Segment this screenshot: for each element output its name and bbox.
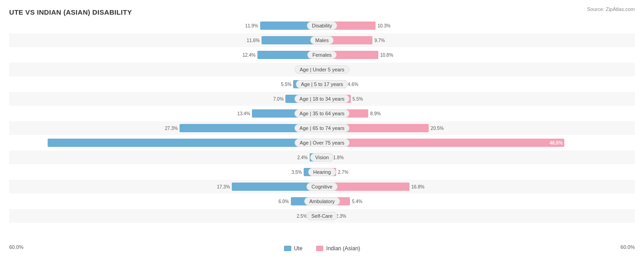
- table-row: 17.3% Cognitive 16.8%: [9, 180, 635, 194]
- table-row: 11.6% Males 9.7%: [9, 33, 635, 47]
- left-section: 3.5%: [9, 165, 322, 179]
- indian-value: 10.3%: [377, 23, 390, 28]
- indian-value: 8.9%: [370, 111, 381, 116]
- bar-row: 2.4% Vision 1.8%: [9, 151, 635, 164]
- chart-area: 11.9% Disability 10.3% 11.6% Males 9.7%: [9, 19, 635, 242]
- ute-value: 11.6%: [247, 38, 260, 43]
- bar-row: 6.0% Ambulatory 5.4%: [9, 194, 635, 208]
- bar-row: 5.5% Age | 5 to 17 years 4.6%: [9, 77, 635, 91]
- axis-left-label: 60.0%: [9, 244, 23, 252]
- bar-row: 7.0% Age | 18 to 34 years 5.5%: [9, 92, 635, 106]
- table-row: 6.0% Ambulatory 5.4%: [9, 194, 635, 208]
- row-label: Age | 18 to 34 years: [295, 95, 349, 103]
- bar-row: 2.5% Self-Care 2.3%: [9, 209, 635, 223]
- right-section: 20.5%: [322, 121, 635, 135]
- indian-legend-label: Indian (Asian): [326, 245, 360, 252]
- table-row: 12.4% Females 10.8%: [9, 48, 635, 62]
- right-section: 9.7%: [322, 33, 635, 47]
- left-section: 27.3%: [9, 121, 322, 135]
- right-section: 2.7%: [322, 165, 635, 179]
- table-row: 5.5% Age | 5 to 17 years 4.6%: [9, 77, 635, 91]
- bar-row: 12.4% Females 10.8%: [9, 48, 635, 62]
- legend-ute: Ute: [284, 245, 303, 252]
- row-label: Females: [307, 51, 337, 59]
- left-section: 2.4%: [9, 151, 322, 164]
- axis-bottom: 60.0% Ute Indian (Asian) 60.0%: [9, 244, 635, 252]
- right-section: 46.5%: [322, 136, 635, 150]
- row-label: Self-Care: [306, 212, 338, 220]
- bar-row: 17.3% Cognitive 16.8%: [9, 180, 635, 194]
- ute-value: 11.9%: [245, 23, 258, 28]
- left-section: 7.0%: [9, 92, 322, 106]
- row-label: Ambulatory: [304, 197, 340, 205]
- left-section: 6.0%: [9, 194, 322, 208]
- indian-value: 16.8%: [411, 184, 424, 189]
- chart-container: UTE VS INDIAN (ASIAN) DISABILITY Source:…: [0, 0, 644, 280]
- row-label: Cognitive: [306, 183, 338, 191]
- ute-bar: 52.6%: [48, 139, 322, 147]
- indian-value: 5.5%: [353, 97, 363, 102]
- bar-row: 13.4% Age | 35 to 64 years 8.9%: [9, 107, 635, 120]
- source-label: Source: ZipAtlas.com: [587, 6, 635, 12]
- left-section: 11.9%: [9, 19, 322, 32]
- row-label: Males: [310, 36, 333, 44]
- bar-row: 11.6% Males 9.7%: [9, 33, 635, 47]
- right-section: 4.6%: [322, 77, 635, 91]
- left-section: 13.4%: [9, 107, 322, 120]
- ute-value: 27.3%: [165, 126, 178, 131]
- table-row: 27.3% Age | 65 to 74 years 20.5%: [9, 121, 635, 135]
- row-label: Age | 65 to 74 years: [295, 124, 349, 132]
- ute-value: 5.5%: [281, 82, 292, 87]
- indian-value: 5.4%: [352, 199, 362, 204]
- table-row: 3.5% Hearing 2.7%: [9, 165, 635, 179]
- right-section: 8.9%: [322, 107, 635, 120]
- bar-row: 27.3% Age | 65 to 74 years 20.5%: [9, 121, 635, 135]
- bar-row: 0.86% Age | Under 5 years 1.0%: [9, 63, 635, 76]
- left-section: 2.5%: [9, 209, 322, 223]
- legend-indian: Indian (Asian): [316, 245, 360, 252]
- indian-value: 9.7%: [374, 38, 385, 43]
- ute-value: 2.5%: [297, 214, 307, 219]
- ute-value: 2.4%: [297, 155, 308, 160]
- ute-legend-label: Ute: [294, 245, 303, 252]
- left-section: 0.86%: [9, 63, 322, 76]
- row-label: Hearing: [308, 168, 336, 176]
- indian-value: 2.7%: [338, 170, 349, 175]
- right-section: 5.5%: [322, 92, 635, 106]
- ute-value: 13.4%: [237, 111, 250, 116]
- ute-value: 6.0%: [278, 199, 289, 204]
- right-section: 5.4%: [322, 194, 635, 208]
- left-section: 11.6%: [9, 33, 322, 47]
- table-row: 2.4% Vision 1.8%: [9, 151, 635, 164]
- ute-color-swatch: [284, 246, 291, 251]
- left-section: 17.3%: [9, 180, 322, 194]
- indian-value: 1.8%: [333, 155, 344, 160]
- legend: Ute Indian (Asian): [284, 245, 360, 252]
- ute-value: 3.5%: [291, 170, 302, 175]
- table-row: 0.86% Age | Under 5 years 1.0%: [9, 63, 635, 76]
- table-row: 11.9% Disability 10.3%: [9, 19, 635, 32]
- right-section: 1.0%: [322, 63, 635, 76]
- indian-value: 20.5%: [431, 126, 443, 131]
- row-label: Age | Under 5 years: [295, 65, 349, 74]
- indian-bar: 46.5%: [322, 139, 564, 147]
- table-row: 2.5% Self-Care 2.3%: [9, 209, 635, 223]
- table-row: 52.6% Age | Over 75 years 46.5%: [9, 136, 635, 150]
- left-section: 52.6%: [9, 136, 322, 150]
- indian-value: 46.5%: [550, 140, 562, 145]
- row-label: Age | 35 to 64 years: [295, 109, 349, 118]
- ute-value: 7.0%: [273, 97, 284, 102]
- right-section: 1.8%: [322, 151, 635, 164]
- right-section: 16.8%: [322, 180, 635, 194]
- indian-value: 10.8%: [380, 53, 393, 58]
- table-row: 13.4% Age | 35 to 64 years 8.9%: [9, 107, 635, 120]
- table-row: 7.0% Age | 18 to 34 years 5.5%: [9, 92, 635, 106]
- row-label: Disability: [307, 22, 337, 30]
- right-section: 10.8%: [322, 48, 635, 62]
- bar-row: 52.6% Age | Over 75 years 46.5%: [9, 136, 635, 150]
- ute-value: 17.3%: [217, 184, 230, 189]
- right-section: 10.3%: [322, 19, 635, 32]
- row-label: Vision: [310, 153, 334, 162]
- indian-value: 4.6%: [348, 82, 358, 87]
- left-section: 5.5%: [9, 77, 322, 91]
